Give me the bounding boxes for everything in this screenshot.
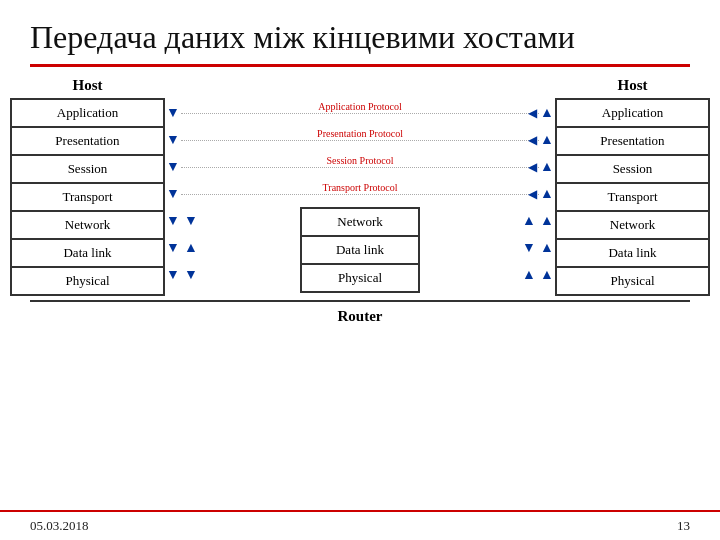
left-host-box: Application Presentation Session Transpo… [10, 98, 165, 296]
bottom-line [30, 300, 690, 302]
arrow-down-icon: ▼ [184, 261, 198, 288]
right-host-box: Application Presentation Session Transpo… [555, 98, 710, 296]
footer-date: 05.03.2018 [30, 518, 89, 534]
protocol-label: Transport Protocol [321, 182, 400, 193]
arrow-up-icon: ▲ [540, 99, 554, 126]
arrow-down-icon: ▼ [166, 153, 180, 180]
arrow-down-icon: ▼ [522, 234, 536, 261]
protocol-line [181, 113, 539, 114]
protocol-line [181, 194, 539, 195]
router-label: Router [338, 308, 383, 325]
right-host-label: Host [618, 77, 648, 94]
protocol-line [181, 140, 539, 141]
protocol-line [181, 167, 539, 168]
arrow-right-icon: ◀ [528, 186, 537, 201]
arrow-down-icon: ▼ [166, 99, 180, 126]
list-item: Network [301, 208, 419, 236]
arrow-right-icon: ◀ [528, 132, 537, 147]
list-item: Physical [11, 267, 164, 295]
arrow-down-icon: ▼ [184, 207, 198, 234]
arrow-up-icon: ▲ [540, 126, 554, 153]
list-item: Session [11, 155, 164, 183]
title: Передача даних між кінцевими хостами [0, 0, 720, 64]
list-item: Physical [556, 267, 709, 295]
list-item: Application [556, 99, 709, 127]
list-item: Network [11, 211, 164, 239]
arrow-down-icon: ▼ [166, 126, 180, 153]
arrow-up-icon: ▲ [184, 234, 198, 261]
list-item: Transport [556, 183, 709, 211]
list-item: Presentation [11, 127, 164, 155]
arrow-right-icon: ◀ [528, 159, 537, 174]
arrow-down-icon: ▼ [166, 234, 180, 261]
protocol-label: Application Protocol [316, 101, 404, 112]
list-item: Data link [11, 239, 164, 267]
list-item: Data link [301, 236, 419, 264]
arrow-up-icon: ▲ [540, 180, 554, 207]
arrow-down-icon: ▼ [166, 180, 180, 207]
list-item: Physical [301, 264, 419, 292]
list-item: Application [11, 99, 164, 127]
arrow-down-icon: ▼ [166, 207, 180, 234]
list-item: Transport [11, 183, 164, 211]
protocol-label: Session Protocol [325, 155, 396, 166]
protocol-label: Presentation Protocol [315, 128, 405, 139]
footer: 05.03.2018 13 [0, 510, 720, 540]
arrow-up-icon: ▲ [540, 153, 554, 180]
arrow-up-icon: ▲ [540, 207, 554, 234]
list-item: Presentation [556, 127, 709, 155]
arrow-down-icon: ▼ [166, 261, 180, 288]
list-item: Data link [556, 239, 709, 267]
arrow-up-icon: ▲ [522, 207, 536, 234]
footer-page: 13 [677, 518, 690, 534]
router-box: Network Data link Physical [300, 207, 420, 293]
list-item: Network [556, 211, 709, 239]
arrow-right-icon: ◀ [528, 105, 537, 120]
list-item: Session [556, 155, 709, 183]
arrow-up-icon: ▲ [522, 261, 536, 288]
arrow-up-icon: ▲ [540, 261, 554, 288]
arrow-up-icon: ▲ [540, 234, 554, 261]
left-host-label: Host [73, 77, 103, 94]
